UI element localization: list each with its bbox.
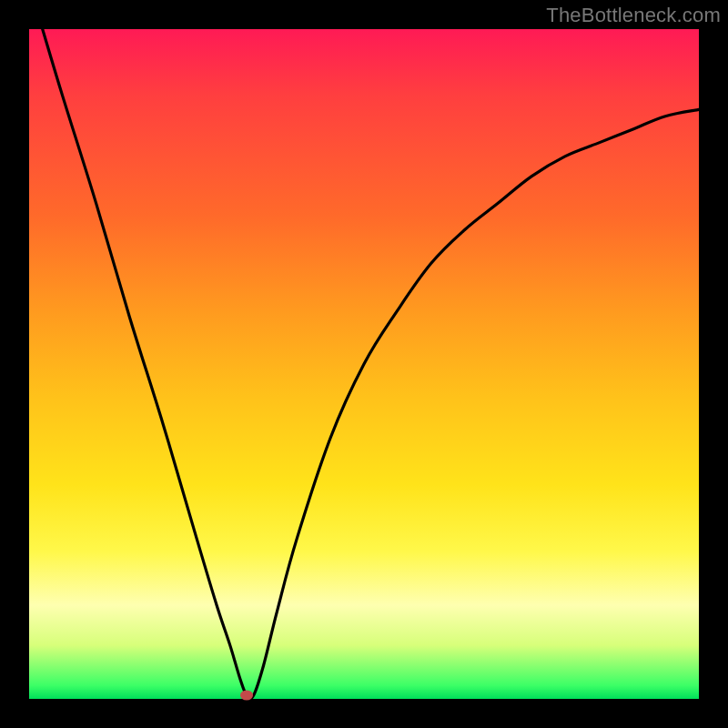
chart-plot-area <box>29 29 699 699</box>
watermark-label: TheBottleneck.com <box>546 4 721 27</box>
chart-frame: TheBottleneck.com <box>0 0 728 728</box>
bottleneck-curve <box>29 29 699 699</box>
minimum-marker <box>240 691 253 701</box>
